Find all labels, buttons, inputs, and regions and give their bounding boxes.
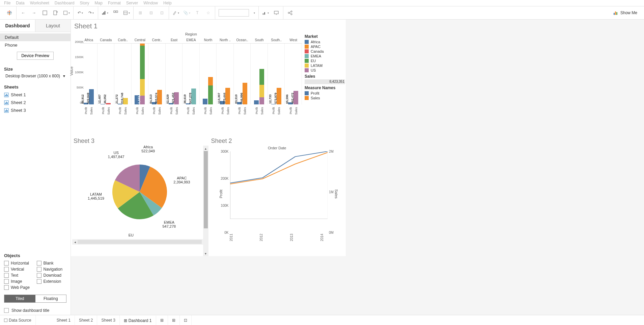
device-default[interactable]: Default [0, 33, 71, 41]
object-extension[interactable]: Extension [37, 279, 67, 284]
sheet3-chart[interactable]: Sheet 3 Africa522,049APAC2,394,993EMEA54… [71, 136, 208, 256]
totals-icon[interactable]: ⊟ [148, 9, 155, 16]
legend-item[interactable]: Canada [305, 49, 343, 54]
region-column[interactable]: 84,313503,574 [148, 44, 166, 104]
device-preview-button[interactable]: Device Preview [17, 52, 54, 60]
sheet1-chart[interactable]: Region AfricaCanadaCarib..CentralCentr..… [71, 31, 302, 136]
redo-icon[interactable]: ↷▾ [88, 9, 94, 16]
object-navigation[interactable]: Navigation [37, 267, 67, 272]
sheet2-chart[interactable]: Sheet 2 Order Date 0K100K200K300K0M1M2M2… [208, 136, 346, 256]
object-horizontal[interactable]: Horizontal [4, 261, 34, 266]
region-column[interactable]: 21,272219,748 [114, 44, 132, 104]
sheet-item[interactable]: Sheet 2 [4, 99, 66, 106]
menu-data[interactable]: Data [16, 1, 24, 5]
object-vertical[interactable]: Vertical [4, 267, 34, 272]
menu-help[interactable]: Help [163, 1, 172, 5]
svg-rect-9 [64, 11, 67, 15]
region-column[interactable] [251, 44, 268, 104]
menu-window[interactable]: Window [143, 1, 158, 5]
tab-sheet-3[interactable]: Sheet 3 [97, 315, 119, 325]
dashboard-canvas[interactable]: Sheet 1 Region AfricaCanadaCarib..Centra… [71, 20, 644, 315]
dashboard-tab-icon: ⊞ [124, 318, 127, 323]
tab-sheet-1[interactable]: Sheet 1 [53, 315, 75, 325]
pie-label: EU [129, 233, 134, 237]
region-column[interactable] [200, 44, 217, 104]
legend-item[interactable]: EU [305, 58, 343, 63]
object-text[interactable]: Text [4, 273, 34, 278]
tab-layout[interactable]: Layout [35, 20, 71, 32]
object-web-page[interactable]: Web Page [4, 285, 34, 290]
search-input[interactable] [219, 9, 249, 17]
undo-icon[interactable]: ↶▾ [77, 9, 84, 16]
legend-item[interactable]: US [305, 68, 343, 73]
presentation-icon[interactable] [273, 9, 280, 16]
size-header: Size [0, 64, 71, 73]
new-dashboard-tab-icon[interactable]: ⊞ [168, 315, 180, 325]
data-source-tab[interactable]: Data Source [0, 315, 36, 325]
fit-icon[interactable]: ▾ [262, 9, 269, 16]
sheet-item[interactable]: Sheet 3 [4, 106, 66, 114]
object-download[interactable]: Download [37, 273, 67, 278]
legend-item[interactable]: EMEA [305, 54, 343, 58]
menu-format[interactable]: Format [108, 1, 121, 5]
new-worksheet-icon[interactable]: ▾ [63, 9, 70, 16]
show-me-button[interactable]: Show Me [609, 10, 641, 16]
new-data-icon[interactable]: + [52, 9, 59, 16]
sheet-item[interactable]: Sheet 1 [4, 91, 66, 99]
tiled-button[interactable]: Tiled [4, 295, 35, 302]
sort-asc-icon[interactable] [112, 9, 119, 16]
star-icon[interactable]: ☆ [205, 9, 212, 16]
region-column[interactable]: 58,912522,049 [80, 44, 97, 104]
new-worksheet-tab-icon[interactable]: ⊞ [156, 315, 168, 325]
region-column[interactable]: 12,48746,052 [97, 44, 115, 104]
object-blank[interactable]: Blank [37, 261, 67, 266]
device-phone[interactable]: Phone [0, 41, 71, 49]
tab-sheet-2[interactable]: Sheet 2 [75, 315, 97, 325]
legend-item[interactable]: Africa [305, 40, 343, 44]
save-icon[interactable] [41, 9, 48, 16]
group-icon[interactable]: ⊞ [137, 9, 144, 16]
floating-button[interactable]: Floating [35, 295, 66, 302]
region-column[interactable]: 1,163,161 [132, 44, 149, 104]
menu-map[interactable]: Map [95, 1, 103, 5]
tableau-logo-icon[interactable] [6, 9, 13, 16]
sort-desc-icon[interactable]: ▾ [123, 9, 130, 16]
region-column[interactable]: 12,733573,979 [268, 44, 285, 104]
region-column[interactable]: 52,529421,452 [166, 44, 183, 104]
svg-rect-12 [105, 11, 106, 15]
region-column[interactable]: 65,596462,472 [285, 44, 302, 104]
tab-dashboard[interactable]: Dashboard [0, 20, 35, 32]
sheet3-scrollbar-h[interactable]: ◂▸ [72, 239, 207, 245]
share-icon[interactable] [287, 9, 293, 16]
percent-icon[interactable]: ⊡ [159, 9, 165, 16]
menu-worksheet[interactable]: Worksheet [30, 1, 49, 5]
menu-bar[interactable]: FileDataWorksheetDashboardStoryMapFormat… [0, 0, 644, 6]
back-icon[interactable]: ← [20, 9, 27, 16]
forward-icon[interactable]: → [31, 9, 37, 16]
sheet3-scrollbar-v[interactable]: ▴▾ [203, 146, 208, 256]
legend-item[interactable]: Sales [305, 96, 343, 100]
region-column[interactable]: 83,510746,996 [234, 44, 251, 104]
highlight-icon[interactable]: ▾ [172, 9, 179, 16]
svg-rect-4 [8, 14, 8, 15]
sheets-header: Sheets [0, 82, 71, 91]
size-dropdown[interactable]: Desktop Browser (1000 x 800)▾ [4, 73, 66, 79]
region-column[interactable]: 38,619547,278 [183, 44, 200, 104]
menu-dashboard[interactable]: Dashboard [55, 1, 75, 5]
legend-item[interactable]: LATAM [305, 63, 343, 68]
tab-dashboard-1[interactable]: ⊞Dashboard 1 [120, 315, 156, 325]
text-icon[interactable]: T [194, 9, 201, 16]
menu-server[interactable]: Server [126, 1, 138, 5]
menu-file[interactable]: File [4, 1, 10, 5]
attach-icon[interactable]: 📎▾ [183, 9, 190, 16]
object-image[interactable]: Image [4, 279, 34, 284]
region-column[interactable]: 113,307570,444 [217, 44, 234, 104]
menu-story[interactable]: Story [80, 1, 89, 5]
legend-item[interactable]: Profit [305, 91, 343, 96]
legend-item[interactable]: APAC [305, 44, 343, 49]
new-story-tab-icon[interactable]: ⊡ [180, 315, 192, 325]
pie-chart[interactable] [109, 161, 170, 222]
swap-icon[interactable]: ▾ [102, 9, 108, 16]
show-title-checkbox[interactable] [4, 308, 9, 313]
line-chart-svg[interactable] [230, 151, 328, 219]
